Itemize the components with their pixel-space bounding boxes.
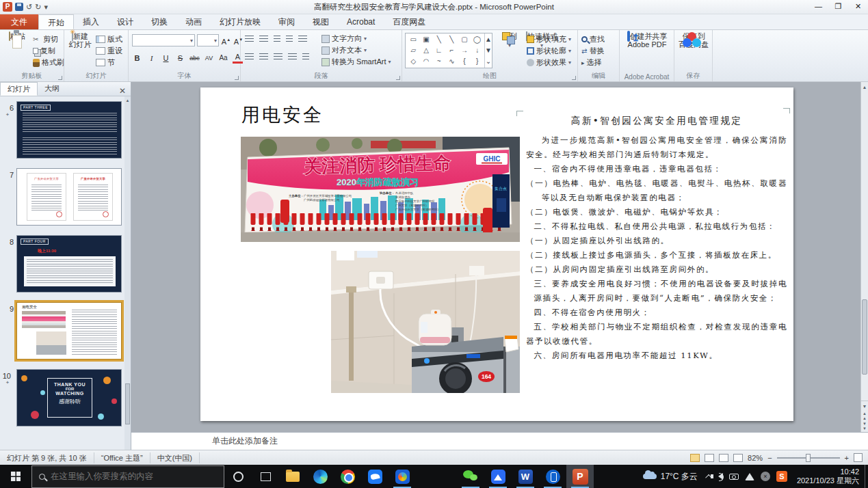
layout-button[interactable]: 版式 (96, 33, 122, 45)
tab-design[interactable]: 设计 (108, 14, 142, 29)
justify-button[interactable] (288, 53, 297, 60)
fit-to-window-button[interactable] (854, 453, 863, 462)
clipboard-dialog-launcher[interactable] (58, 76, 62, 80)
previous-slide-button[interactable]: ▲▲ (861, 411, 868, 422)
wechat-button[interactable] (457, 465, 484, 488)
shape-curve-icon[interactable]: ~ (432, 56, 445, 67)
font-dialog-launcher[interactable] (235, 76, 239, 80)
maximize-button[interactable]: ❐ (828, 0, 848, 14)
tab-insert[interactable]: 插入 (74, 14, 108, 29)
italic-button[interactable]: I (146, 53, 157, 64)
slide-thumbnail-8[interactable]: PART FOUR 晚上11:30 (16, 235, 122, 293)
tab-animations[interactable]: 动画 (176, 14, 211, 29)
powerpoint-button[interactable]: P (566, 465, 594, 488)
theme-name[interactable]: “Office 主题” (94, 452, 150, 463)
replace-button[interactable]: ⇄替换 (581, 45, 605, 57)
notes-placeholder[interactable]: 单击此处添加备注 (131, 435, 278, 447)
your-phone-button[interactable] (539, 465, 566, 488)
slide-thumbnail-6[interactable]: PART THREE (16, 101, 122, 159)
shape-line2-icon[interactable]: ╲ (445, 34, 458, 45)
shape-effects-button[interactable]: 形状效果▾ (527, 57, 571, 68)
scrollbar-thumb[interactable] (862, 299, 867, 375)
notes-pane[interactable]: 单击此处添加备注 (131, 432, 868, 450)
slide-canvas[interactable]: 用电安全 (200, 87, 793, 421)
edge-button[interactable] (306, 465, 334, 488)
slide-thumbnail-10[interactable]: THANK YOU FOR WATCHING 感谢聆听 (16, 369, 122, 426)
shape-rect-icon[interactable]: ▭ (407, 34, 420, 45)
scroll-up-icon[interactable]: ▲ (861, 82, 868, 92)
meeting-app-button[interactable] (484, 465, 512, 488)
section-button[interactable]: 节 (96, 57, 122, 68)
slideshow-view-button[interactable] (733, 454, 743, 462)
zoom-slider[interactable] (777, 457, 840, 459)
file-explorer-button[interactable] (279, 465, 306, 488)
slide-title[interactable]: 用电安全 (241, 103, 324, 127)
redo-icon[interactable]: ↻ (35, 2, 41, 12)
font-name-combo[interactable]: ▾ (132, 34, 195, 46)
network-icon[interactable] (745, 473, 754, 480)
status-x-icon[interactable]: × (761, 472, 770, 481)
underline-button[interactable]: U (161, 53, 171, 64)
shape-arrow-down-icon[interactable]: ↓ (471, 45, 484, 56)
sogou-input-icon[interactable]: S (776, 471, 787, 482)
character-spacing-button[interactable]: AV (204, 53, 214, 64)
slide-thumbnail-7[interactable]: 广东外语外贸大学 广东外语外贸大学 (16, 168, 122, 226)
zoom-slider-thumb[interactable] (806, 454, 811, 462)
shape-square-icon[interactable]: ▢ (458, 34, 471, 45)
fire-drill-banner-photo[interactable]: 关注消防 珍惜生命 2020年消防疏散演习 GHIC 主办单位： 广州开发区大学… (241, 137, 520, 242)
shapes-gallery[interactable]: ▭ ▣ ╲ ╲ ▢ ◯ ▱ △ ∟ ⌐ → ↓ ◇ ◠ ~ ∿ { } ▲ ▼ … (405, 33, 492, 68)
shape-elbow-icon[interactable]: ∟ (432, 45, 445, 56)
shape-triangle-icon[interactable]: △ (420, 45, 433, 56)
align-right-button[interactable] (274, 53, 282, 60)
tab-baidu-netdisk[interactable]: 百度网盘 (384, 14, 434, 29)
shape-image-icon[interactable]: ▣ (420, 34, 433, 45)
qat-customize-icon[interactable]: ▾ (44, 2, 48, 12)
save-icon[interactable] (15, 3, 23, 11)
taskbar-search[interactable] (31, 465, 224, 488)
panel-close-icon[interactable]: ✕ (114, 86, 131, 96)
grow-font-button[interactable]: A▲ (221, 34, 231, 45)
tab-acrobat[interactable]: Acrobat (338, 14, 384, 29)
laundry-room-photo[interactable]: 164 (331, 251, 520, 393)
shape-diamond-icon[interactable]: ◇ (407, 56, 420, 67)
regulations-text-block[interactable]: 高新•智创园公寓安全用电管理规定 为进一步规范高新•智创园公寓用电安全管理，确保… (526, 115, 787, 363)
paste-button[interactable]: 粘贴 (1, 32, 33, 40)
change-case-button[interactable]: Aa (218, 53, 228, 64)
search-input[interactable] (51, 472, 208, 481)
zoom-level[interactable]: 82% (748, 454, 763, 462)
drawing-dialog-launcher[interactable] (572, 76, 576, 80)
tab-transitions[interactable]: 切换 (142, 14, 176, 29)
shape-elbow2-icon[interactable]: ⌐ (445, 45, 458, 56)
line-spacing-button[interactable] (298, 36, 307, 42)
media-app-button[interactable] (389, 465, 416, 488)
show-desktop-button[interactable] (865, 465, 868, 488)
scroll-down-icon[interactable]: ▼ (861, 401, 868, 411)
slide-thumbnail-9-selected[interactable]: 用电安全 (16, 302, 122, 360)
shape-line-icon[interactable]: ╲ (432, 34, 445, 45)
minimize-button[interactable]: — (808, 0, 828, 14)
tab-slideshow[interactable]: 幻灯片放映 (211, 14, 269, 29)
panel-scrollbar-thumb[interactable] (125, 383, 130, 424)
panel-tab-slides[interactable]: 幻灯片 (0, 82, 38, 96)
thunder-button[interactable] (361, 465, 389, 488)
save-to-baidu-button[interactable]: 保存到 百度网盘 (678, 32, 709, 49)
vertical-scrollbar[interactable]: ▲ ▼ ▲▲ ▼▼ (860, 82, 868, 432)
undo-icon[interactable]: ↺ (26, 2, 32, 12)
shape-brace-right-icon[interactable]: } (471, 56, 484, 67)
strikethrough-button[interactable]: S (175, 53, 185, 64)
task-view-button[interactable] (252, 465, 279, 488)
font-size-combo[interactable]: ▾ (197, 34, 219, 46)
shape-arrow-right-icon[interactable]: → (458, 45, 471, 56)
shadow-button[interactable]: abc (189, 53, 200, 64)
bullets-button[interactable] (245, 36, 254, 42)
zoom-in-button[interactable]: + (845, 454, 849, 462)
align-text-button[interactable]: 对齐文本▾ (321, 44, 391, 56)
decrease-indent-button[interactable] (274, 36, 280, 42)
shape-parallelogram-icon[interactable]: ▱ (407, 45, 420, 56)
align-left-button[interactable] (245, 53, 254, 60)
shape-arc-icon[interactable]: ◠ (420, 56, 433, 67)
select-button[interactable]: ▸选择 (581, 57, 605, 68)
increase-indent-button[interactable] (286, 36, 293, 42)
copy-button[interactable]: 复制 (33, 45, 64, 57)
cortana-button[interactable] (224, 465, 252, 488)
